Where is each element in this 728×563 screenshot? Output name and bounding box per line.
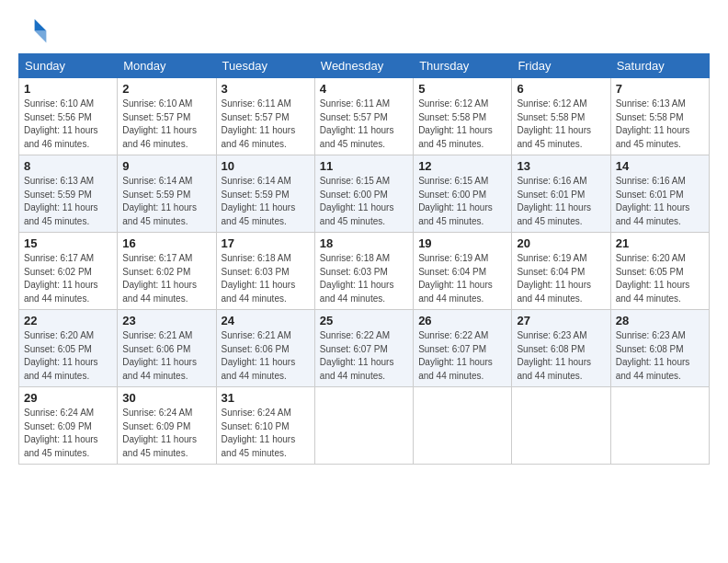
day-number: 18 [320,236,408,250]
day-info: Sunrise: 6:17 AMSunset: 6:02 PMDaylight:… [122,253,197,304]
day-number: 7 [616,82,704,96]
calendar-cell: 16 Sunrise: 6:17 AMSunset: 6:02 PMDaylig… [118,233,216,310]
day-number: 9 [122,159,210,173]
day-info: Sunrise: 6:22 AMSunset: 6:07 PMDaylight:… [418,330,493,381]
day-info: Sunrise: 6:12 AMSunset: 5:58 PMDaylight:… [418,98,493,149]
calendar-cell: 25 Sunrise: 6:22 AMSunset: 6:07 PMDaylig… [314,310,413,387]
calendar-cell [314,387,413,465]
calendar-header-thursday: Thursday [414,54,512,78]
day-number: 15 [24,236,112,250]
day-number: 31 [222,391,310,405]
logo-icon [18,15,48,44]
day-info: Sunrise: 6:12 AMSunset: 5:58 PMDaylight:… [517,98,591,149]
day-number: 30 [122,391,210,405]
calendar-cell: 10 Sunrise: 6:14 AMSunset: 5:59 PMDaylig… [216,155,314,233]
calendar-week-row: 22 Sunrise: 6:20 AMSunset: 6:05 PMDaylig… [19,310,710,387]
day-number: 3 [222,82,310,96]
calendar-header-tuesday: Tuesday [216,54,314,78]
calendar-table: SundayMondayTuesdayWednesdayThursdayFrid… [18,53,710,465]
day-number: 4 [320,82,408,96]
calendar-cell: 6 Sunrise: 6:12 AMSunset: 5:58 PMDayligh… [512,78,610,155]
day-number: 23 [122,314,210,327]
calendar-header-friday: Friday [512,54,610,78]
day-info: Sunrise: 6:18 AMSunset: 6:03 PMDaylight:… [222,253,296,304]
calendar-header-saturday: Saturday [610,54,709,78]
day-info: Sunrise: 6:15 AMSunset: 6:00 PMDaylight:… [418,176,493,226]
day-info: Sunrise: 6:21 AMSunset: 6:06 PMDaylight:… [222,330,296,381]
logo [18,15,51,44]
calendar-week-row: 8 Sunrise: 6:13 AMSunset: 5:59 PMDayligh… [19,155,710,233]
calendar-cell: 9 Sunrise: 6:14 AMSunset: 5:59 PMDayligh… [118,155,216,233]
calendar-week-row: 29 Sunrise: 6:24 AMSunset: 6:09 PMDaylig… [19,387,710,465]
calendar-cell: 7 Sunrise: 6:13 AMSunset: 5:58 PMDayligh… [610,78,709,155]
page: SundayMondayTuesdayWednesdayThursdayFrid… [0,0,728,563]
calendar-cell [512,387,610,465]
day-info: Sunrise: 6:17 AMSunset: 6:02 PMDaylight:… [24,253,98,304]
calendar-cell: 3 Sunrise: 6:11 AMSunset: 5:57 PMDayligh… [216,78,314,155]
calendar-cell: 31 Sunrise: 6:24 AMSunset: 6:10 PMDaylig… [216,387,314,465]
day-number: 10 [222,159,310,173]
day-info: Sunrise: 6:23 AMSunset: 6:08 PMDaylight:… [517,330,591,381]
day-number: 17 [222,236,310,250]
calendar-cell [414,387,512,465]
day-number: 29 [24,391,112,405]
day-number: 1 [24,82,112,96]
calendar-cell: 8 Sunrise: 6:13 AMSunset: 5:59 PMDayligh… [19,155,118,233]
calendar-cell: 4 Sunrise: 6:11 AMSunset: 5:57 PMDayligh… [314,78,413,155]
calendar-cell: 22 Sunrise: 6:20 AMSunset: 6:05 PMDaylig… [19,310,118,387]
day-number: 11 [320,159,408,173]
calendar-cell: 1 Sunrise: 6:10 AMSunset: 5:56 PMDayligh… [19,78,118,155]
day-info: Sunrise: 6:11 AMSunset: 5:57 PMDaylight:… [320,98,394,149]
day-info: Sunrise: 6:23 AMSunset: 6:08 PMDaylight:… [616,330,690,381]
calendar-cell: 29 Sunrise: 6:24 AMSunset: 6:09 PMDaylig… [19,387,118,465]
day-number: 27 [517,314,605,327]
day-number: 28 [616,314,704,327]
calendar-cell: 2 Sunrise: 6:10 AMSunset: 5:57 PMDayligh… [118,78,216,155]
day-number: 21 [616,236,704,250]
day-number: 16 [122,236,210,250]
day-info: Sunrise: 6:11 AMSunset: 5:57 PMDaylight:… [222,98,296,149]
calendar-cell: 23 Sunrise: 6:21 AMSunset: 6:06 PMDaylig… [118,310,216,387]
day-info: Sunrise: 6:14 AMSunset: 5:59 PMDaylight:… [122,176,197,226]
day-number: 8 [24,159,112,173]
day-number: 12 [418,159,506,173]
day-info: Sunrise: 6:13 AMSunset: 5:59 PMDaylight:… [24,176,98,226]
calendar-week-row: 15 Sunrise: 6:17 AMSunset: 6:02 PMDaylig… [19,233,710,310]
svg-marker-0 [35,19,47,31]
calendar-cell: 27 Sunrise: 6:23 AMSunset: 6:08 PMDaylig… [512,310,610,387]
calendar-header-sunday: Sunday [19,54,118,78]
calendar-cell: 12 Sunrise: 6:15 AMSunset: 6:00 PMDaylig… [414,155,512,233]
calendar-header-row: SundayMondayTuesdayWednesdayThursdayFrid… [19,54,710,78]
day-info: Sunrise: 6:13 AMSunset: 5:58 PMDaylight:… [616,98,690,149]
day-number: 5 [418,82,506,96]
day-info: Sunrise: 6:19 AMSunset: 6:04 PMDaylight:… [517,253,591,304]
header [18,15,710,44]
day-info: Sunrise: 6:16 AMSunset: 6:01 PMDaylight:… [517,176,591,226]
day-info: Sunrise: 6:24 AMSunset: 6:09 PMDaylight:… [24,408,98,458]
day-number: 13 [517,159,605,173]
calendar-cell: 11 Sunrise: 6:15 AMSunset: 6:00 PMDaylig… [314,155,413,233]
calendar-cell: 21 Sunrise: 6:20 AMSunset: 6:05 PMDaylig… [610,233,709,310]
day-info: Sunrise: 6:20 AMSunset: 6:05 PMDaylight:… [616,253,690,304]
calendar-week-row: 1 Sunrise: 6:10 AMSunset: 5:56 PMDayligh… [19,78,710,155]
day-info: Sunrise: 6:22 AMSunset: 6:07 PMDaylight:… [320,330,394,381]
day-number: 25 [320,314,408,327]
day-info: Sunrise: 6:21 AMSunset: 6:06 PMDaylight:… [122,330,197,381]
calendar-cell: 18 Sunrise: 6:18 AMSunset: 6:03 PMDaylig… [314,233,413,310]
calendar-cell: 5 Sunrise: 6:12 AMSunset: 5:58 PMDayligh… [414,78,512,155]
calendar-cell: 28 Sunrise: 6:23 AMSunset: 6:08 PMDaylig… [610,310,709,387]
day-number: 22 [24,314,112,327]
calendar-cell: 30 Sunrise: 6:24 AMSunset: 6:09 PMDaylig… [118,387,216,465]
day-info: Sunrise: 6:10 AMSunset: 5:57 PMDaylight:… [122,98,197,149]
day-number: 26 [418,314,506,327]
calendar-cell: 14 Sunrise: 6:16 AMSunset: 6:01 PMDaylig… [610,155,709,233]
day-number: 19 [418,236,506,250]
calendar-cell: 15 Sunrise: 6:17 AMSunset: 6:02 PMDaylig… [19,233,118,310]
day-number: 14 [616,159,704,173]
day-info: Sunrise: 6:18 AMSunset: 6:03 PMDaylight:… [320,253,394,304]
day-info: Sunrise: 6:14 AMSunset: 5:59 PMDaylight:… [222,176,296,226]
day-info: Sunrise: 6:20 AMSunset: 6:05 PMDaylight:… [24,330,98,381]
day-number: 24 [222,314,310,327]
day-number: 2 [122,82,210,96]
day-info: Sunrise: 6:24 AMSunset: 6:10 PMDaylight:… [222,408,296,458]
